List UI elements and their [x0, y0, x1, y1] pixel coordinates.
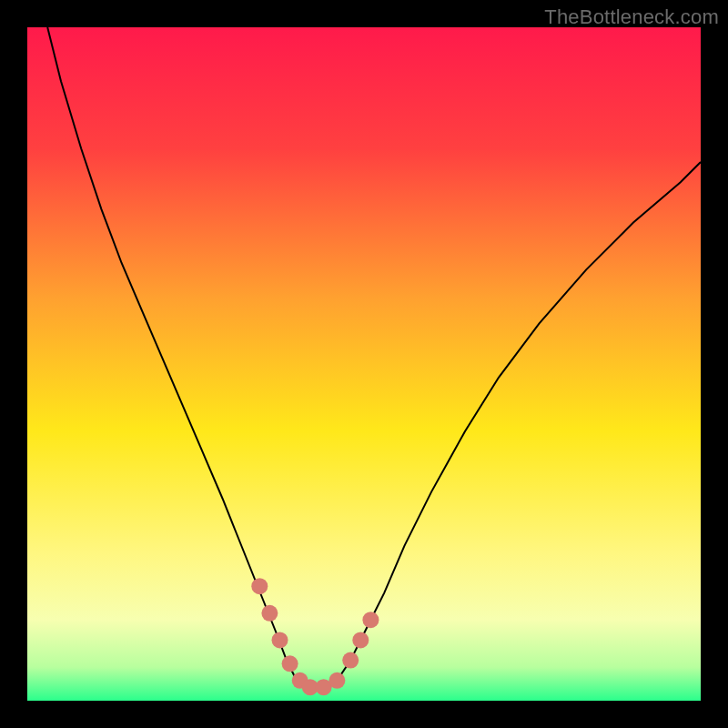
bottleneck-chart [27, 27, 701, 701]
watermark-text: TheBottleneck.com [544, 5, 719, 29]
highlight-dot [261, 605, 278, 622]
highlight-dot [342, 652, 359, 669]
gradient-background [27, 27, 701, 701]
highlight-dot [352, 632, 369, 648]
highlight-dot [362, 612, 379, 628]
highlight-dot [282, 655, 298, 672]
highlight-dot [251, 578, 268, 594]
chart-frame: TheBottleneck.com [0, 0, 728, 728]
plot-area [27, 27, 701, 701]
highlight-dot [272, 632, 288, 648]
highlight-dot [329, 672, 345, 689]
